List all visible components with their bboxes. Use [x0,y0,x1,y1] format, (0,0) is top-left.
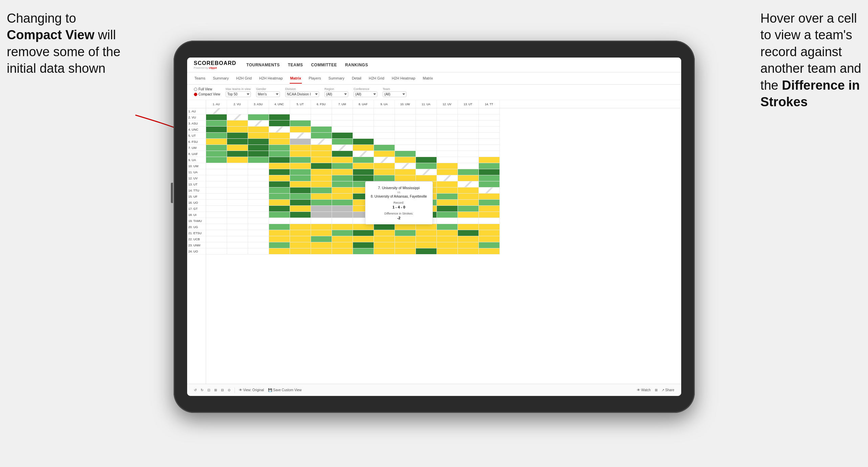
cell-24-12[interactable] [437,248,458,254]
cell-9-13[interactable] [458,157,479,163]
cell-3-2[interactable] [227,120,248,127]
cell-7-3[interactable] [248,145,269,151]
cell-6-9[interactable] [374,139,395,145]
cell-11-3[interactable] [248,169,269,175]
cell-20-11[interactable] [416,224,437,230]
tab-matrix2[interactable]: Matrix [422,73,433,84]
cell-5-14[interactable] [479,133,500,139]
cell-20-3[interactable] [248,224,269,230]
cell-11-11[interactable] [416,169,437,175]
cell-20-2[interactable] [227,224,248,230]
cell-23-7[interactable] [332,242,353,248]
view-original-button[interactable]: 👁 View: Original [239,388,264,392]
cell-11-7[interactable] [332,169,353,175]
cell-8-6[interactable] [311,151,332,157]
nav-teams[interactable]: TEAMS [288,63,303,67]
cell-22-1[interactable] [206,236,227,242]
cell-20-14[interactable] [479,224,500,230]
cell-14-2[interactable] [227,187,248,194]
cell-12-5[interactable] [290,175,311,181]
cell-19-13[interactable] [458,218,479,224]
tab-players[interactable]: Players [308,73,322,84]
cell-2-3[interactable] [248,114,269,120]
cell-15-14[interactable] [479,194,500,200]
cell-4-9[interactable] [374,127,395,133]
cell-15-6[interactable] [311,194,332,200]
cell-15-12[interactable] [437,194,458,200]
cell-14-3[interactable] [248,187,269,194]
cell-4-4[interactable] [269,127,290,133]
cell-1-3[interactable] [248,108,269,114]
cell-14-12[interactable] [437,187,458,194]
cell-22-11[interactable] [416,236,437,242]
cell-10-11[interactable] [416,163,437,169]
toolbar-icon-4[interactable]: ⊙ [228,388,230,392]
cell-24-14[interactable] [479,248,500,254]
cell-24-6[interactable] [311,248,332,254]
cell-12-11[interactable] [416,175,437,181]
cell-10-8[interactable] [353,163,374,169]
cell-8-5[interactable] [290,151,311,157]
cell-10-9[interactable] [374,163,395,169]
cell-14-14[interactable] [479,187,500,194]
cell-3-6[interactable] [311,120,332,127]
cell-6-14[interactable] [479,139,500,145]
cell-8-11[interactable] [416,151,437,157]
cell-2-8[interactable] [353,114,374,120]
cell-1-5[interactable] [290,108,311,114]
tab-h2h-grid1[interactable]: H2H Grid [236,73,252,84]
cell-12-10[interactable] [395,175,416,181]
cell-7-13[interactable] [458,145,479,151]
cell-21-12[interactable] [437,230,458,236]
nav-rankings[interactable]: RANKINGS [345,63,368,67]
cell-16-2[interactable] [227,200,248,206]
cell-7-6[interactable] [311,145,332,151]
filter-gender-select[interactable]: Men's [256,91,280,97]
cell-2-6[interactable] [311,114,332,120]
toolbar-icon-3[interactable]: ⊟ [221,388,224,392]
cell-12-9[interactable] [374,175,395,181]
cell-19-4[interactable] [269,218,290,224]
cell-9-10[interactable] [395,157,416,163]
cell-3-14[interactable] [479,120,500,127]
cell-14-1[interactable] [206,187,227,194]
cell-2-13[interactable] [458,114,479,120]
cell-14-6[interactable] [311,187,332,194]
tab-h2h-heatmap2[interactable]: H2H Heatmap [391,73,416,84]
cell-16-4[interactable] [269,200,290,206]
cell-20-10[interactable] [395,224,416,230]
cell-6-5[interactable] [290,139,311,145]
cell-18-13[interactable] [458,212,479,218]
cell-3-7[interactable] [332,120,353,127]
cell-2-5[interactable] [290,114,311,120]
cell-11-10[interactable] [395,169,416,175]
cell-17-12[interactable] [437,206,458,212]
cell-2-10[interactable] [395,114,416,120]
cell-14-4[interactable] [269,187,290,194]
cell-12-1[interactable] [206,175,227,181]
cell-13-7[interactable] [332,181,353,187]
cell-24-4[interactable] [269,248,290,254]
cell-6-13[interactable] [458,139,479,145]
cell-6-1[interactable] [206,139,227,145]
cell-22-8[interactable] [353,236,374,242]
cell-23-13[interactable] [458,242,479,248]
cell-21-4[interactable] [269,230,290,236]
cell-19-1[interactable] [206,218,227,224]
cell-12-6[interactable] [311,175,332,181]
cell-8-13[interactable] [458,151,479,157]
cell-16-3[interactable] [248,200,269,206]
cell-2-1[interactable] [206,114,227,120]
cell-11-9[interactable] [374,169,395,175]
tab-teams[interactable]: Teams [194,73,206,84]
cell-18-3[interactable] [248,212,269,218]
cell-21-1[interactable] [206,230,227,236]
cell-3-3[interactable] [248,120,269,127]
cell-1-4[interactable] [269,108,290,114]
cell-4-5[interactable] [290,127,311,133]
cell-9-7[interactable] [332,157,353,163]
cell-17-14[interactable] [479,206,500,212]
cell-23-10[interactable] [395,242,416,248]
cell-19-5[interactable] [290,218,311,224]
watch-button[interactable]: 👁 Watch [637,388,651,392]
